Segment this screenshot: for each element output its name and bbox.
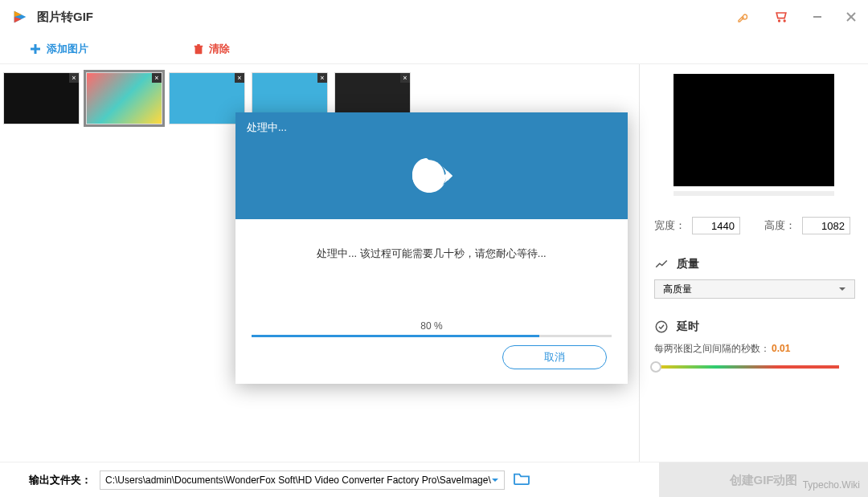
modal-title: 处理中... [247,120,616,135]
plus-icon [29,43,42,55]
watermark: Typecho.Wiki [803,479,860,491]
app-title: 图片转GIF [37,10,93,25]
processing-modal: 处理中... 处理中... 该过程可能需要几十秒，请您耐心等待... 80 % … [235,112,628,384]
output-path-value: C:\Users\admin\Documents\WonderFox Soft\… [105,475,491,486]
thumb-close-icon[interactable]: × [152,73,162,83]
svg-point-5 [656,321,667,332]
delay-slider[interactable] [654,365,839,369]
progress-label: 80 % [252,320,612,332]
output-folder-label: 输出文件夹： [29,473,92,487]
add-image-button[interactable]: 添加图片 [29,42,88,56]
thumb-close-icon[interactable]: × [69,73,79,83]
create-gif-label: 创建GIF动图 [730,473,798,488]
width-input[interactable] [692,217,740,234]
footer: 输出文件夹： C:\Users\admin\Documents\WonderFo… [0,462,868,497]
thumb-close-icon[interactable]: × [235,73,244,83]
thumbnail[interactable]: × [169,72,245,124]
slider-knob[interactable] [650,361,661,373]
titlebar: 图片转GIF [0,0,868,34]
delay-label: 每两张图之间间隔的秒数： [654,342,770,356]
trash-icon [193,43,204,55]
quality-icon [654,257,669,271]
clear-label: 清除 [209,42,230,56]
settings-panel: 宽度： 高度： 质量 高质量 延时 每两张图之间间隔的秒数： 0.01 [639,64,868,462]
add-image-label: 添加图片 [47,42,88,56]
thumb-close-icon[interactable]: × [400,73,410,83]
delay-value: 0.01 [772,343,790,354]
close-button[interactable] [845,11,857,22]
chevron-down-icon [838,285,846,293]
cancel-label: 取消 [544,350,565,365]
cancel-button[interactable]: 取消 [502,345,607,369]
progress-fill [252,335,539,337]
toolbar: 添加图片 清除 [0,34,868,64]
thumbnail[interactable]: × [3,72,80,124]
browse-folder-button[interactable] [513,471,530,489]
quality-title: 质量 [677,257,699,271]
width-label: 宽度： [654,218,686,233]
svg-point-6 [412,160,444,192]
height-input[interactable] [802,217,850,234]
height-label: 高度： [764,218,796,233]
key-icon[interactable] [736,10,751,24]
preview-scrollbar[interactable] [674,191,834,196]
quality-selected: 高质量 [663,283,692,296]
thumb-close-icon[interactable]: × [317,73,327,83]
quality-select[interactable]: 高质量 [654,279,855,299]
clear-button[interactable]: 清除 [193,42,230,56]
thumbnail[interactable]: × [86,72,162,124]
app-logo-icon [11,8,29,26]
modal-message: 处理中... 该过程可能需要几十秒，请您耐心等待... [252,246,612,261]
droplet-icon [409,156,454,196]
minimize-button[interactable] [812,11,823,22]
delay-title: 延时 [677,320,699,334]
progress-bar [252,335,612,337]
preview-area [674,74,834,186]
cart-icon[interactable] [773,9,789,25]
delay-icon [654,320,669,334]
chevron-down-icon [491,476,499,484]
output-path-input[interactable]: C:\Users\admin\Documents\WonderFox Soft\… [100,471,505,490]
